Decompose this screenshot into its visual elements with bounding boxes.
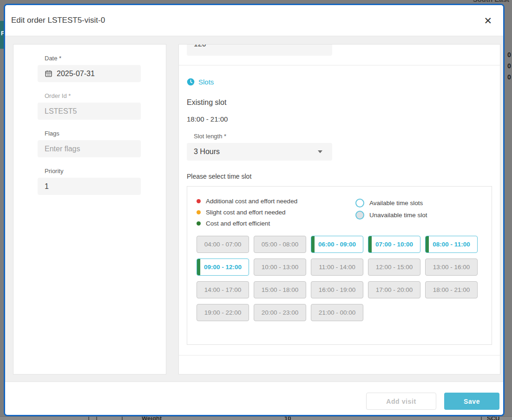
time-slot-option[interactable]: 11:00 - 14:00 [311, 258, 363, 276]
time-slot-label: 17:00 - 20:00 [376, 286, 413, 293]
order-form-panel: Date * 2025-07-31 [13, 44, 166, 375]
background-region-label: South East [473, 0, 509, 4]
duration-input-truncated[interactable]: 120 [187, 45, 332, 56]
time-slot-option[interactable]: 16:00 - 19:00 [311, 281, 363, 298]
time-slot-label: 14:00 - 17:00 [204, 286, 242, 293]
time-slot-label: 13:00 - 16:00 [433, 264, 470, 271]
background-cell-scu: SCU [487, 416, 499, 420]
visit-details-panel: 120 Slots Existing slot 18:00 - 21:00 Sl… [178, 44, 500, 375]
legend-item-unavailable: Unavailable time slot [355, 211, 427, 220]
time-slot-label: 04:00 - 07:00 [204, 241, 242, 248]
time-slot-option[interactable]: 20:00 - 23:00 [254, 304, 306, 321]
dialog-title: Edit order LSTEST5-visit-0 [11, 16, 105, 25]
time-slot-label: 09:00 - 12:00 [204, 264, 242, 271]
background-table-strip: Weight 10 SCU [0, 416, 512, 420]
calendar-icon [45, 70, 53, 78]
add-visit-button[interactable]: Add visit [366, 393, 436, 410]
chevron-down-icon [318, 150, 322, 153]
order-id-value: LSTEST5 [45, 107, 77, 116]
priority-label: Priority [45, 168, 154, 174]
priority-value: 1 [45, 182, 49, 191]
slot-length-select[interactable]: 3 Hours [187, 143, 332, 161]
flags-input[interactable]: Enter flags [38, 140, 141, 157]
time-slot-label: 21:00 - 00:00 [319, 309, 356, 316]
time-slot-picker: Additional cost and effort needed Slight… [187, 186, 492, 345]
available-circle-icon [355, 199, 364, 207]
time-slot-option[interactable]: 04:00 - 07:00 [197, 236, 249, 253]
dialog-body: Date * 2025-07-31 [5, 36, 503, 381]
select-time-slot-prompt: Please select time slot [187, 173, 492, 180]
duration-value: 120 [194, 45, 206, 48]
slots-section-heading: Slots [187, 78, 492, 86]
date-value: 2025-07-31 [57, 70, 95, 78]
time-slot-label: 11:00 - 14:00 [319, 264, 355, 271]
time-slot-option[interactable]: 15:00 - 18:00 [254, 281, 306, 298]
date-field-group: Date * 2025-07-31 [38, 55, 154, 82]
legend-item-efficient: Cost and effort efficient [197, 220, 355, 227]
section-divider [179, 65, 500, 65]
section-divider [179, 355, 500, 355]
green-dot-icon [197, 221, 201, 226]
background-value: 0 [507, 49, 512, 60]
table-gridline [88, 417, 89, 420]
time-slot-label: 20:00 - 23:00 [262, 309, 299, 316]
existing-slot-value: 18:00 - 21:00 [187, 115, 492, 123]
background-cell-10: 10 [284, 416, 291, 420]
time-slot-option[interactable]: 12:00 - 15:00 [368, 258, 420, 276]
time-slot-label: 06:00 - 09:00 [318, 241, 356, 248]
legend-item-additional: Additional cost and effort needed [197, 198, 355, 205]
legend-label: Cost and effort efficient [206, 220, 270, 227]
time-slot-label: 19:00 - 22:00 [204, 309, 242, 316]
legend-label: Unavailable time slot [369, 212, 427, 219]
time-slot-label: 18:00 - 21:00 [433, 286, 470, 293]
time-slot-option[interactable]: 09:00 - 12:00 [197, 258, 249, 276]
legend-label: Additional cost and effort needed [206, 198, 297, 205]
background-table-values: 0 0 0 [507, 49, 512, 83]
dialog-header: Edit order LSTEST5-visit-0 ✕ [5, 5, 503, 36]
existing-slot-label: Existing slot [187, 98, 492, 107]
date-input[interactable]: 2025-07-31 [38, 65, 141, 82]
time-slot-option[interactable]: 07:00 - 10:00 [368, 236, 420, 253]
legend-label: Available time slots [369, 200, 423, 207]
table-gridline [122, 417, 123, 420]
priority-input[interactable]: 1 [38, 178, 141, 195]
legend-label: Slight cost and effort needed [206, 209, 286, 216]
time-slot-label: 15:00 - 18:00 [262, 286, 299, 293]
legend-item-slight: Slight cost and effort needed [197, 209, 355, 216]
time-slot-option[interactable]: 17:00 - 20:00 [368, 281, 420, 298]
time-slot-label: 05:00 - 08:00 [262, 241, 299, 248]
time-slot-option[interactable]: 10:00 - 13:00 [254, 258, 306, 276]
flags-field-group: Flags Enter flags [38, 130, 154, 157]
time-slot-grid: 04:00 - 07:00 05:00 - 08:00 06:00 - 09:0… [197, 236, 482, 321]
background-value: 0 [507, 71, 512, 83]
slot-legend: Additional cost and effort needed Slight… [197, 198, 482, 227]
save-button[interactable]: Save [444, 393, 499, 410]
edit-order-dialog: Edit order LSTEST5-visit-0 ✕ Date * [4, 4, 505, 416]
time-slot-option[interactable]: 06:00 - 09:00 [311, 236, 363, 253]
time-slot-option[interactable]: 21:00 - 00:00 [311, 304, 363, 321]
time-slot-option[interactable]: 05:00 - 08:00 [254, 236, 306, 253]
table-gridline [481, 417, 482, 420]
time-slot-option[interactable]: 13:00 - 16:00 [425, 258, 478, 276]
flags-placeholder: Enter flags [45, 145, 80, 153]
slot-length-value: 3 Hours [194, 148, 220, 156]
time-slot-option[interactable]: 08:00 - 11:00 [425, 236, 478, 253]
time-slot-option[interactable]: 19:00 - 22:00 [197, 304, 249, 321]
background-value: 0 [507, 60, 512, 71]
time-slot-label: 12:00 - 15:00 [376, 264, 413, 271]
slots-heading-label: Slots [198, 78, 214, 86]
slot-length-label: Slot length * [194, 133, 492, 140]
order-id-input: LSTEST5 [38, 103, 141, 120]
time-slot-option[interactable]: 18:00 - 21:00 [425, 281, 478, 298]
time-slot-label: 16:00 - 19:00 [319, 286, 356, 293]
date-label: Date * [45, 55, 154, 62]
order-id-label: Order Id * [45, 92, 154, 99]
time-slot-label: 10:00 - 13:00 [262, 264, 299, 271]
red-dot-icon [197, 199, 201, 203]
time-slot-option[interactable]: 14:00 - 17:00 [197, 281, 249, 298]
priority-field-group: Priority 1 [38, 168, 154, 195]
close-icon[interactable]: ✕ [481, 14, 495, 27]
table-gridline [96, 417, 97, 420]
time-slot-label: 07:00 - 10:00 [375, 241, 413, 248]
clock-icon [187, 78, 195, 86]
